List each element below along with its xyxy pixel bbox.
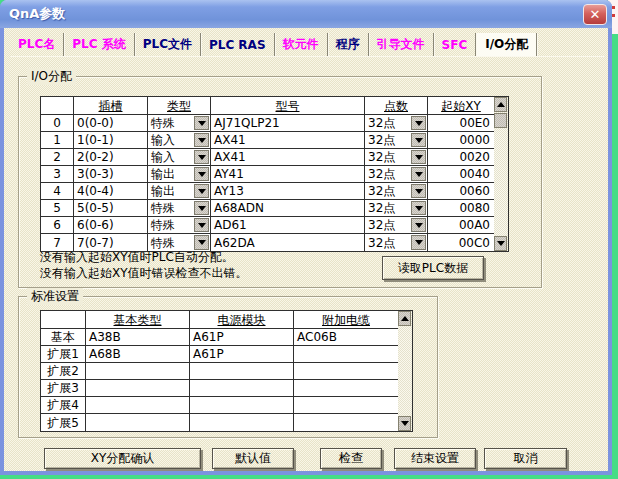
std-cable-cell[interactable] [294, 363, 398, 380]
std-header-power: 电源模块 [190, 311, 294, 329]
default-button[interactable]: 默认值 [212, 448, 294, 469]
tab-plc-ras[interactable]: PLC RAS [201, 33, 275, 56]
type-dropdown-button[interactable] [194, 201, 209, 215]
io-points-cell[interactable]: 32点 [365, 166, 428, 183]
io-model-cell[interactable]: AX41 [211, 149, 365, 166]
io-points-cell[interactable]: 32点 [365, 115, 428, 132]
std-power-cell[interactable]: A61P [190, 346, 294, 363]
points-dropdown-button[interactable] [411, 150, 426, 164]
standard-table-scrollbar[interactable] [398, 310, 413, 432]
std-cable-cell[interactable] [294, 414, 398, 431]
type-dropdown-button[interactable] [194, 150, 209, 164]
end-setup-button[interactable]: 结束设置 [394, 448, 476, 469]
read-plc-data-button[interactable]: 读取PLC数据 [382, 256, 484, 280]
std-base-type-cell[interactable] [86, 380, 190, 397]
std-base-type-cell[interactable] [86, 397, 190, 414]
scroll-down-icon [401, 421, 409, 426]
io-model-cell[interactable]: A68ADN [211, 200, 365, 217]
io-type-cell[interactable]: 特殊 [148, 200, 211, 217]
std-base-type-cell[interactable]: A38B [86, 329, 190, 346]
io-startxy-cell[interactable]: 0020 [428, 149, 494, 166]
io-model-cell[interactable]: A62DA [211, 234, 365, 251]
io-type-cell[interactable]: 输出 [148, 166, 211, 183]
io-row-number: 6 [41, 217, 74, 234]
std-cable-cell[interactable] [294, 346, 398, 363]
std-base-type-cell[interactable]: A68B [86, 346, 190, 363]
io-startxy-cell[interactable]: 0040 [428, 166, 494, 183]
type-dropdown-button[interactable] [194, 133, 209, 147]
std-power-cell[interactable] [190, 380, 294, 397]
type-dropdown-button[interactable] [194, 184, 209, 198]
io-row-number: 4 [41, 183, 74, 200]
io-startxy-cell[interactable]: 0080 [428, 200, 494, 217]
scroll-up-button[interactable] [398, 311, 411, 326]
tab-plc-file[interactable]: PLC文件 [135, 33, 201, 56]
std-cable-cell[interactable] [294, 380, 398, 397]
tab-io-assignment[interactable]: I/O分配 [476, 33, 537, 56]
type-dropdown-button[interactable] [194, 218, 209, 232]
io-points-cell[interactable]: 32点 [365, 149, 428, 166]
tab-boot-file[interactable]: 引导文件 [369, 33, 434, 56]
scroll-down-icon [497, 241, 505, 246]
points-dropdown-button[interactable] [411, 133, 426, 147]
scroll-down-button[interactable] [398, 416, 411, 431]
type-dropdown-button[interactable] [194, 167, 209, 181]
std-power-cell[interactable] [190, 363, 294, 380]
io-type-cell[interactable]: 输出 [148, 183, 211, 200]
check-button[interactable]: 检查 [320, 448, 382, 469]
io-startxy-cell[interactable]: 00E0 [428, 115, 494, 132]
tab-program[interactable]: 程序 [328, 33, 369, 56]
std-cable-cell[interactable]: AC06B [294, 329, 398, 346]
io-row-number: 5 [41, 200, 74, 217]
std-base-type-cell[interactable] [86, 414, 190, 431]
chevron-down-icon [198, 189, 206, 194]
points-dropdown-button[interactable] [411, 116, 426, 130]
io-points-cell[interactable]: 32点 [365, 200, 428, 217]
points-dropdown-button[interactable] [411, 201, 426, 215]
type-dropdown-button[interactable] [194, 235, 209, 250]
io-startxy-cell[interactable]: 0000 [428, 132, 494, 149]
scrollbar-thumb[interactable] [494, 113, 507, 128]
io-model-cell[interactable]: AX41 [211, 132, 365, 149]
cancel-button[interactable]: 取消 [484, 448, 567, 469]
io-model-cell[interactable]: AY41 [211, 166, 365, 183]
std-base-type-cell[interactable] [86, 363, 190, 380]
io-type-cell[interactable]: 输入 [148, 132, 211, 149]
io-table-scrollbar[interactable] [494, 96, 509, 252]
io-startxy-cell[interactable]: 0060 [428, 183, 494, 200]
io-points-cell[interactable]: 32点 [365, 217, 428, 234]
xy-assignment-confirm-button[interactable]: XY分配确认 [44, 448, 201, 469]
std-cable-cell[interactable] [294, 397, 398, 414]
chevron-down-icon [415, 206, 423, 211]
tab-plc-system[interactable]: PLC 系统 [64, 33, 134, 56]
tab-device[interactable]: 软元件 [275, 33, 328, 56]
io-startxy-cell[interactable]: 00A0 [428, 217, 494, 234]
io-type-cell[interactable]: 特殊 [148, 115, 211, 132]
io-table-header-row: 插槽 类型 型号 点数 起始XY [41, 97, 494, 115]
scroll-up-button[interactable] [494, 97, 507, 112]
type-dropdown-button[interactable] [194, 116, 209, 130]
io-type-cell[interactable]: 特殊 [148, 234, 211, 251]
scroll-down-button[interactable] [494, 236, 507, 251]
points-dropdown-button[interactable] [411, 167, 426, 181]
io-points-cell[interactable]: 32点 [365, 234, 428, 251]
io-points-cell[interactable]: 32点 [365, 132, 428, 149]
chevron-down-icon [415, 121, 423, 126]
tab-sfc[interactable]: SFC [434, 33, 477, 56]
std-power-cell[interactable] [190, 397, 294, 414]
title-bar[interactable]: QnA参数 ✕ [0, 0, 612, 28]
std-power-cell[interactable] [190, 414, 294, 431]
close-button[interactable]: ✕ [583, 4, 607, 25]
io-points-cell[interactable]: 32点 [365, 183, 428, 200]
io-model-cell[interactable]: AY13 [211, 183, 365, 200]
std-power-cell[interactable]: A61P [190, 329, 294, 346]
points-dropdown-button[interactable] [411, 235, 426, 250]
points-dropdown-button[interactable] [411, 184, 426, 198]
tab-plc-name[interactable]: PLC名 [10, 33, 64, 56]
io-startxy-cell[interactable]: 00C0 [428, 234, 494, 251]
points-dropdown-button[interactable] [411, 218, 426, 232]
io-model-cell[interactable]: AD61 [211, 217, 365, 234]
io-model-cell[interactable]: AJ71QLP21 [211, 115, 365, 132]
io-type-cell[interactable]: 输入 [148, 149, 211, 166]
io-type-cell[interactable]: 特殊 [148, 217, 211, 234]
